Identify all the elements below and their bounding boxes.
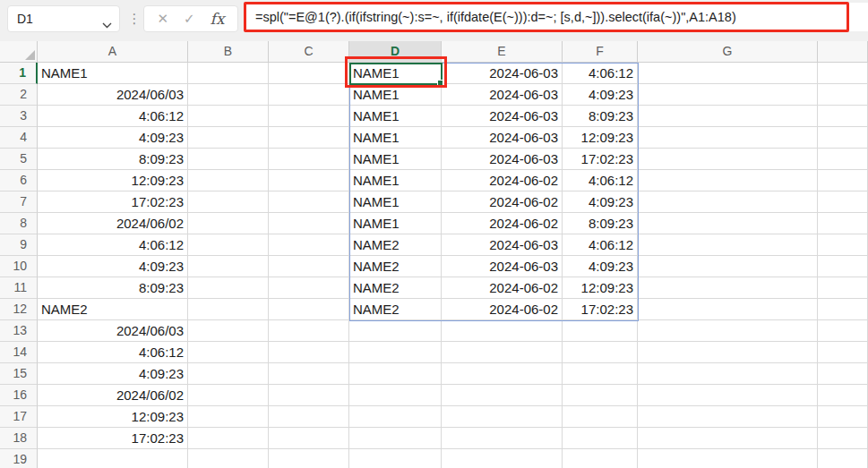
cell-A16[interactable]: 2024/06/02 bbox=[38, 385, 188, 406]
cell-B1[interactable] bbox=[188, 63, 269, 84]
row-header-1[interactable]: 1 bbox=[0, 63, 38, 84]
cell-A11[interactable]: 8:09:23 bbox=[38, 277, 188, 299]
cell-H3[interactable] bbox=[818, 106, 868, 127]
row-header-18[interactable]: 18 bbox=[0, 428, 38, 449]
row-header-10[interactable]: 10 bbox=[0, 256, 38, 277]
cell-C2[interactable] bbox=[269, 84, 349, 106]
cell-F14[interactable] bbox=[563, 342, 638, 363]
cell-F13[interactable] bbox=[563, 320, 638, 342]
cell-G4[interactable] bbox=[638, 127, 818, 149]
cell-D19[interactable] bbox=[349, 449, 442, 468]
cell-A6[interactable]: 12:09:23 bbox=[38, 170, 188, 191]
cell-G1[interactable] bbox=[638, 63, 818, 84]
cell-G14[interactable] bbox=[638, 342, 818, 363]
cell-H6[interactable] bbox=[818, 170, 868, 191]
cell-A4[interactable]: 4:09:23 bbox=[38, 127, 188, 149]
cell-F3[interactable]: 8:09:23 bbox=[563, 106, 638, 127]
cell-E7[interactable]: 2024-06-02 bbox=[442, 191, 563, 213]
cell-F6[interactable]: 4:06:12 bbox=[563, 170, 638, 191]
cell-D15[interactable] bbox=[349, 363, 442, 385]
cell-F16[interactable] bbox=[563, 385, 638, 406]
cell-F18[interactable] bbox=[563, 428, 638, 449]
cell-G19[interactable] bbox=[638, 449, 818, 468]
cell-H11[interactable] bbox=[818, 277, 868, 299]
cell-B14[interactable] bbox=[188, 342, 269, 363]
cell-D8[interactable]: NAME1 bbox=[349, 213, 442, 234]
cell-B16[interactable] bbox=[188, 385, 269, 406]
cell-E4[interactable]: 2024-06-03 bbox=[442, 127, 563, 149]
cell-C15[interactable] bbox=[269, 363, 349, 385]
cell-F15[interactable] bbox=[563, 363, 638, 385]
cell-A14[interactable]: 4:06:12 bbox=[38, 342, 188, 363]
row-header-19[interactable]: 19 bbox=[0, 449, 38, 468]
cell-D18[interactable] bbox=[349, 428, 442, 449]
cell-E11[interactable]: 2024-06-02 bbox=[442, 277, 563, 299]
cell-B17[interactable] bbox=[188, 406, 269, 428]
cell-C19[interactable] bbox=[269, 449, 349, 468]
cell-F4[interactable]: 12:09:23 bbox=[563, 127, 638, 149]
cell-C3[interactable] bbox=[269, 106, 349, 127]
cell-F9[interactable]: 4:06:12 bbox=[563, 234, 638, 256]
cell-D3[interactable]: NAME1 bbox=[349, 106, 442, 127]
cell-A7[interactable]: 17:02:23 bbox=[38, 191, 188, 213]
cell-D10[interactable]: NAME2 bbox=[349, 256, 442, 277]
row-header-14[interactable]: 14 bbox=[0, 342, 38, 363]
cell-H15[interactable] bbox=[818, 363, 868, 385]
cell-E9[interactable]: 2024-06-03 bbox=[442, 234, 563, 256]
cell-G12[interactable] bbox=[638, 299, 818, 320]
cell-A17[interactable]: 12:09:23 bbox=[38, 406, 188, 428]
select-all-corner[interactable] bbox=[0, 41, 38, 63]
cancel-icon[interactable]: ✕ bbox=[157, 11, 168, 27]
cell-B10[interactable] bbox=[188, 256, 269, 277]
cell-G15[interactable] bbox=[638, 363, 818, 385]
row-header-9[interactable]: 9 bbox=[0, 234, 38, 256]
cell-C13[interactable] bbox=[269, 320, 349, 342]
formula-bar-divider-handle[interactable]: ⋮ bbox=[126, 5, 142, 32]
cell-B4[interactable] bbox=[188, 127, 269, 149]
row-header-13[interactable]: 13 bbox=[0, 320, 38, 342]
cell-C17[interactable] bbox=[269, 406, 349, 428]
cell-C5[interactable] bbox=[269, 149, 349, 170]
column-header-C[interactable]: C bbox=[269, 41, 349, 63]
cell-F8[interactable]: 8:09:23 bbox=[563, 213, 638, 234]
cell-G17[interactable] bbox=[638, 406, 818, 428]
cell-D17[interactable] bbox=[349, 406, 442, 428]
chevron-down-icon[interactable] bbox=[102, 16, 112, 22]
cell-C18[interactable] bbox=[269, 428, 349, 449]
column-header-D[interactable]: D bbox=[349, 41, 442, 63]
cell-F2[interactable]: 4:09:23 bbox=[563, 84, 638, 106]
confirm-icon[interactable]: ✓ bbox=[184, 11, 195, 27]
cell-B6[interactable] bbox=[188, 170, 269, 191]
cell-F5[interactable]: 17:02:23 bbox=[563, 149, 638, 170]
cell-B13[interactable] bbox=[188, 320, 269, 342]
cell-E17[interactable] bbox=[442, 406, 563, 428]
cell-B19[interactable] bbox=[188, 449, 269, 468]
cell-H1[interactable] bbox=[818, 63, 868, 84]
cell-E13[interactable] bbox=[442, 320, 563, 342]
cell-D5[interactable]: NAME1 bbox=[349, 149, 442, 170]
cell-G13[interactable] bbox=[638, 320, 818, 342]
cell-B15[interactable] bbox=[188, 363, 269, 385]
row-header-15[interactable]: 15 bbox=[0, 363, 38, 385]
cell-A10[interactable]: 4:09:23 bbox=[38, 256, 188, 277]
name-box[interactable]: D1 bbox=[7, 5, 120, 32]
cell-F17[interactable] bbox=[563, 406, 638, 428]
cell-E2[interactable]: 2024-06-03 bbox=[442, 84, 563, 106]
cell-B11[interactable] bbox=[188, 277, 269, 299]
cell-E1[interactable]: 2024-06-03 bbox=[442, 63, 563, 84]
cell-D11[interactable]: NAME2 bbox=[349, 277, 442, 299]
cell-A9[interactable]: 4:06:12 bbox=[38, 234, 188, 256]
row-header-12[interactable]: 12 bbox=[0, 299, 38, 320]
cell-B3[interactable] bbox=[188, 106, 269, 127]
row-header-11[interactable]: 11 bbox=[0, 277, 38, 299]
column-header-E[interactable]: E bbox=[442, 41, 563, 63]
cell-F1[interactable]: 4:06:12 bbox=[563, 63, 638, 84]
cell-G5[interactable] bbox=[638, 149, 818, 170]
cell-A5[interactable]: 8:09:23 bbox=[38, 149, 188, 170]
cell-H8[interactable] bbox=[818, 213, 868, 234]
cell-C12[interactable] bbox=[269, 299, 349, 320]
cell-D4[interactable]: NAME1 bbox=[349, 127, 442, 149]
column-header-B[interactable]: B bbox=[188, 41, 269, 63]
cell-H9[interactable] bbox=[818, 234, 868, 256]
cell-A8[interactable]: 2024/06/02 bbox=[38, 213, 188, 234]
